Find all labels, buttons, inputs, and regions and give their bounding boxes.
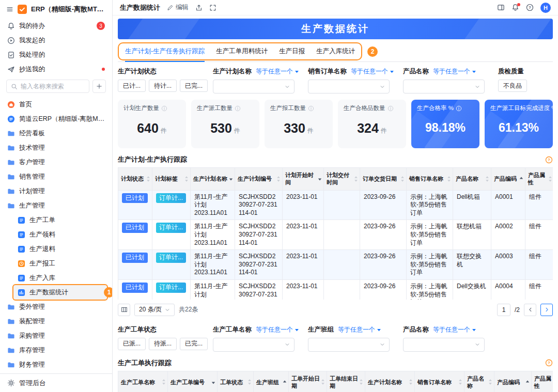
add-button[interactable] <box>92 80 106 93</box>
column-header[interactable]: 生产工单名称 <box>118 371 168 392</box>
section-help-icon[interactable]: ? <box>545 359 553 367</box>
sidebar-item-material-issue[interactable]: 生产领料 <box>0 227 112 242</box>
column-settings-button[interactable] <box>118 304 130 316</box>
filter-operator[interactable]: 等于任意一个 <box>256 325 299 334</box>
sidebar-item-cc-me[interactable]: 抄送我的 <box>0 62 112 76</box>
sort-icon[interactable] <box>458 379 462 385</box>
filter-chip-button[interactable]: 已计... <box>118 80 146 92</box>
sort-icon[interactable] <box>548 176 552 182</box>
sidebar-item-processed[interactable]: 我处理的 <box>0 48 112 62</box>
sidebar-item-work-report[interactable]: 生产报工 <box>0 256 112 271</box>
edit-button[interactable]: 编辑 <box>167 3 189 12</box>
filter-operator[interactable]: 等于任意一个 <box>351 67 394 76</box>
sidebar-item-biz-board[interactable]: 经营看板 <box>0 126 112 140</box>
sort-icon[interactable] <box>525 380 530 385</box>
sidebar-item-production-mgmt[interactable]: 生产管理 <box>0 198 112 213</box>
sort-icon[interactable] <box>247 379 252 385</box>
panel-toggle-icon[interactable] <box>497 4 505 11</box>
sort-icon[interactable] <box>211 380 215 385</box>
user-avatar[interactable]: H <box>540 3 551 13</box>
filter-select[interactable] <box>308 80 390 93</box>
column-header[interactable]: 销售订单名称 <box>407 168 453 191</box>
page-size-select[interactable]: 20 条/页 <box>134 304 175 316</box>
column-header[interactable]: 产品属性 <box>532 371 553 392</box>
table-row[interactable]: 已计划订单计...第11月-生产计划 2023.11A01SCJHXSDD230… <box>118 250 553 280</box>
sidebar-item-plan-mgmt[interactable]: 计划管理 <box>0 184 112 198</box>
sidebar-item-purchase-mgmt[interactable]: 采购管理 <box>0 328 112 343</box>
column-header[interactable]: 产品属性 <box>525 168 553 191</box>
sort-icon[interactable] <box>400 176 405 182</box>
filter-chip-button[interactable]: 不良品 <box>498 80 527 92</box>
column-header[interactable]: 产品编码 <box>494 371 532 392</box>
help-icon[interactable]: ? <box>526 4 534 11</box>
sidebar-item-finance-mgmt[interactable]: 财务管理 <box>0 357 112 372</box>
sidebar-item-warehouse-in[interactable]: 生产入库 <box>0 271 112 285</box>
filter-operator[interactable]: 等于任意一个 <box>256 67 299 76</box>
column-header[interactable]: 订单交货日期 <box>360 168 407 191</box>
filter-select[interactable] <box>403 338 485 352</box>
sort-icon[interactable] <box>359 379 363 385</box>
column-header[interactable]: 生产计划名称 <box>191 168 235 191</box>
tab-2[interactable]: 生产工单用料统计 <box>216 45 268 57</box>
hamburger-icon[interactable] <box>6 6 13 13</box>
column-header[interactable]: 产品编码 <box>491 168 525 191</box>
sort-icon[interactable] <box>184 176 189 182</box>
sidebar-item-customer-mgmt[interactable]: 客户管理 <box>0 155 112 169</box>
filter-chip-button[interactable]: 已完... <box>180 338 208 350</box>
sort-icon[interactable] <box>485 176 489 182</box>
sort-icon[interactable] <box>283 380 287 385</box>
column-header[interactable]: 生产班组 <box>254 371 289 392</box>
sidebar-item-assembly-mgmt[interactable]: 装配管理 <box>0 314 112 328</box>
filter-chip-button[interactable]: 待计... <box>149 80 177 92</box>
sort-icon[interactable] <box>354 176 358 182</box>
fullscreen-icon[interactable] <box>209 4 216 11</box>
sidebar-item-work-order[interactable]: 生产工单 <box>0 213 112 227</box>
sort-icon[interactable] <box>519 176 523 181</box>
sidebar-item-sales-mgmt[interactable]: 销售管理 <box>0 169 112 184</box>
sidebar-item-jdy-app[interactable]: 简道云ERP（精细版-离散MTO）「... <box>0 112 112 126</box>
filter-select[interactable] <box>308 338 390 352</box>
tab-1[interactable]: 生产计划-生产任务执行跟踪 <box>125 45 205 57</box>
table-row[interactable]: 已计划订单计...第11月-生产计划 2023.11A01SCJHXSDD230… <box>118 279 553 299</box>
share-icon[interactable] <box>195 4 203 11</box>
sidebar-item-material-return[interactable]: 生产退料 <box>0 242 112 256</box>
filter-chip-button[interactable]: 已完... <box>180 80 208 92</box>
filter-select[interactable] <box>213 80 295 93</box>
filter-select[interactable] <box>213 338 295 352</box>
tab-3[interactable]: 生产日报 <box>279 45 305 57</box>
search-input[interactable]: 输入名称来搜索 <box>6 80 89 93</box>
filter-operator[interactable]: 等于任意一个 <box>338 325 381 334</box>
column-header[interactable]: 生产工单编号 <box>168 371 218 392</box>
sort-icon[interactable] <box>276 176 281 182</box>
section-help-icon[interactable]: ? <box>545 156 553 164</box>
column-header[interactable]: 计划交付时间 <box>324 168 360 191</box>
filter-operator[interactable]: 等于任意一个 <box>433 67 476 76</box>
sidebar-item-home[interactable]: 首页 <box>0 97 112 112</box>
table-row[interactable]: 已计划订单计...第11月-生产计划 2023.11A01SCJHXSDD230… <box>118 190 553 220</box>
admin-console-button[interactable]: 管理后台 <box>0 373 112 392</box>
filter-chip-button[interactable]: 待派... <box>149 338 177 350</box>
prev-page-button[interactable] <box>524 304 536 316</box>
column-header[interactable]: 计划状态 <box>118 168 152 191</box>
column-header[interactable]: 销售订单名称 <box>415 371 464 392</box>
next-page-button[interactable] <box>540 304 553 316</box>
sort-icon[interactable] <box>488 379 492 385</box>
column-header[interactable]: 工单结束日期 <box>327 371 365 392</box>
sidebar-item-tech-mgmt[interactable]: 技术管理 <box>0 140 112 155</box>
sidebar-item-todo[interactable]: 我的待办3 <box>0 19 112 33</box>
column-header[interactable]: 生产计划名称 <box>365 371 415 392</box>
sort-icon[interactable] <box>318 176 322 181</box>
column-header[interactable]: 生产计划编号 <box>235 168 283 191</box>
sidebar-item-production-stats[interactable]: 生产数据统计1 <box>13 285 107 300</box>
filter-chip-button[interactable]: 已派... <box>118 338 146 350</box>
column-header[interactable]: 计划标签 <box>152 168 191 191</box>
sort-icon[interactable] <box>146 176 150 182</box>
column-header[interactable]: 产品名称 <box>453 168 491 191</box>
table-row[interactable]: 已计划订单计...第11月-生产计划 2023.11A01SCJHXSDD230… <box>118 220 553 250</box>
sort-icon[interactable] <box>321 379 325 385</box>
current-page-input[interactable]: 1 <box>497 304 510 316</box>
filter-select[interactable] <box>403 80 485 93</box>
column-header[interactable]: 工单开始日期 <box>289 371 327 392</box>
notifications-icon[interactable] <box>512 4 519 11</box>
sidebar-item-initiated[interactable]: 我发起的 <box>0 33 112 48</box>
